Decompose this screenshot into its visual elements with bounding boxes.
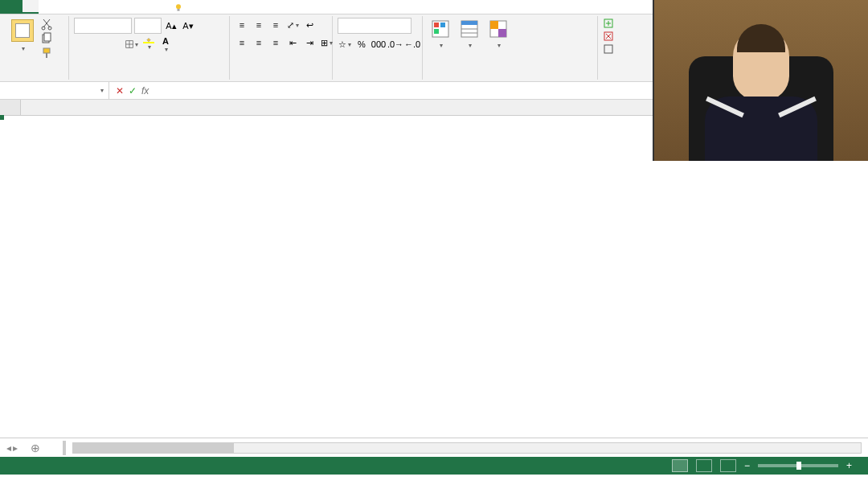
format-as-table-button[interactable]: ▾ <box>457 18 482 51</box>
svg-point-0 <box>176 4 181 9</box>
normal-view-icon[interactable] <box>672 459 688 472</box>
cell-styles-icon <box>489 19 508 39</box>
alignment-group-label <box>235 76 327 78</box>
tell-me-search[interactable] <box>174 0 186 14</box>
fx-icon[interactable]: fx <box>141 85 149 97</box>
borders-icon[interactable]: ▾ <box>125 37 139 51</box>
increase-indent-icon[interactable]: ⇥ <box>302 35 317 50</box>
insert-cells-button[interactable] <box>603 18 617 29</box>
zoom-out-button[interactable]: − <box>744 460 750 471</box>
align-middle-icon[interactable]: ≡ <box>252 18 266 32</box>
align-left-icon[interactable]: ≡ <box>235 35 249 50</box>
orientation-icon[interactable]: ⤢▾ <box>285 18 300 32</box>
svg-rect-1 <box>178 9 180 10</box>
align-right-icon[interactable]: ≡ <box>268 35 283 50</box>
select-all-corner[interactable] <box>0 100 21 115</box>
tab-help[interactable] <box>151 0 167 14</box>
tab-formulas[interactable] <box>71 0 87 14</box>
align-bottom-icon[interactable]: ≡ <box>268 18 283 32</box>
delete-cells-icon <box>603 31 614 42</box>
cells-group-label <box>603 76 649 78</box>
svg-rect-7 <box>46 53 47 58</box>
format-cells-icon <box>603 43 614 55</box>
file-tab[interactable] <box>0 0 23 14</box>
cut-icon[interactable] <box>40 18 53 31</box>
sheet-nav-buttons[interactable]: ◂▸ <box>0 442 24 454</box>
status-bar: − + <box>0 457 868 475</box>
font-name-select[interactable] <box>74 18 132 34</box>
insert-cells-icon <box>603 18 614 29</box>
tab-insert[interactable] <box>39 0 55 14</box>
decrease-indent-icon[interactable]: ⇤ <box>285 35 300 50</box>
svg-rect-16 <box>461 21 477 25</box>
tab-view[interactable] <box>119 0 135 14</box>
cell-styles-button[interactable]: ▾ <box>485 18 511 51</box>
decrease-decimal-icon[interactable]: ←.0 <box>405 37 420 51</box>
zoom-in-button[interactable]: + <box>846 460 852 471</box>
percent-icon[interactable]: % <box>354 37 369 51</box>
page-layout-view-icon[interactable] <box>696 459 712 472</box>
italic-button[interactable] <box>91 37 105 51</box>
bulb-icon <box>174 2 183 12</box>
decrease-font-icon[interactable]: A▾ <box>181 18 195 33</box>
number-group-label <box>338 76 417 78</box>
conditional-formatting-button[interactable]: ▾ <box>428 18 453 51</box>
align-center-icon[interactable]: ≡ <box>252 35 266 50</box>
format-painter-icon[interactable] <box>40 47 53 60</box>
svg-rect-14 <box>434 29 439 34</box>
fill-color-icon[interactable]: ▾ <box>141 37 156 51</box>
name-box[interactable]: ▾ <box>0 82 109 99</box>
tab-data[interactable] <box>87 0 103 14</box>
clipboard-group-label <box>8 76 63 78</box>
tab-developer[interactable] <box>135 0 151 14</box>
conditional-format-icon <box>431 19 450 39</box>
align-top-icon[interactable]: ≡ <box>235 18 249 32</box>
horizontal-scrollbar[interactable] <box>72 442 862 454</box>
delete-cells-button[interactable] <box>603 31 617 42</box>
increase-font-icon[interactable]: A▴ <box>164 18 178 33</box>
comma-icon[interactable]: 000 <box>371 37 386 51</box>
merge-icon[interactable]: ⊞▾ <box>319 35 334 50</box>
currency-icon[interactable]: ☆▾ <box>338 37 352 51</box>
active-cell-indicator <box>0 116 3 119</box>
cancel-formula-icon[interactable]: ✕ <box>116 85 124 97</box>
svg-rect-5 <box>44 33 51 41</box>
svg-rect-21 <box>498 29 506 37</box>
svg-rect-28 <box>604 45 612 53</box>
number-format-select[interactable] <box>338 18 411 34</box>
svg-rect-13 <box>440 23 445 27</box>
tab-review[interactable] <box>103 0 119 14</box>
webcam-overlay <box>653 0 868 161</box>
wrap-text-icon[interactable]: ↩ <box>302 18 317 32</box>
svg-rect-6 <box>43 48 50 53</box>
format-cells-button[interactable] <box>603 43 617 55</box>
zoom-slider[interactable] <box>758 464 838 467</box>
enter-formula-icon[interactable]: ✓ <box>129 85 137 97</box>
font-size-select[interactable] <box>134 18 162 34</box>
tab-layout[interactable] <box>55 0 71 14</box>
clipboard-icon <box>11 19 34 42</box>
bold-button[interactable] <box>74 37 88 51</box>
increase-decimal-icon[interactable]: .0→ <box>388 37 403 51</box>
copy-icon[interactable] <box>40 32 53 45</box>
paste-button[interactable]: ▾ <box>8 18 37 54</box>
page-break-view-icon[interactable] <box>720 459 736 472</box>
svg-rect-20 <box>490 21 498 29</box>
tab-home[interactable] <box>23 0 39 14</box>
table-format-icon <box>460 19 479 39</box>
svg-rect-12 <box>434 23 439 27</box>
add-sheet-button[interactable]: ⊕ <box>24 442 47 454</box>
font-color-icon[interactable]: A▾ <box>158 37 173 51</box>
styles-group-label <box>428 76 592 78</box>
font-group-label <box>74 76 224 78</box>
underline-button[interactable] <box>108 37 122 51</box>
